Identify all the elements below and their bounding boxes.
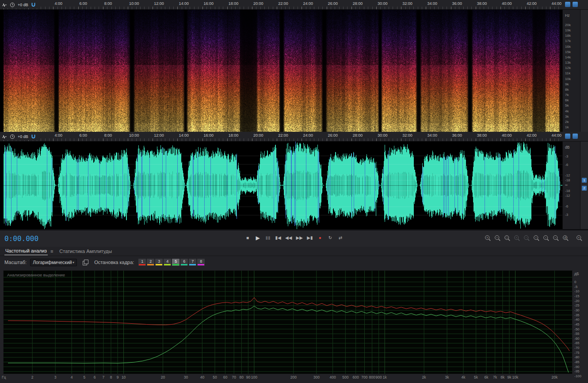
frame-hold-button-7[interactable]: 7 xyxy=(189,259,196,266)
channel-badge-2[interactable]: 2 xyxy=(582,186,587,191)
db-tick-label: -95 xyxy=(574,369,580,373)
time-display[interactable]: 0:00.000 xyxy=(4,234,38,243)
zoom-toolbar: +−□+−‹›−↺+ xyxy=(485,235,583,241)
zoom-settings-button[interactable]: + xyxy=(576,235,583,241)
spectrogram-display[interactable] xyxy=(4,10,562,132)
frequency-tick-label: 4 xyxy=(71,375,73,379)
go-to-start-button[interactable]: ▮◀ xyxy=(275,234,281,241)
snap-magnet-icon[interactable] xyxy=(31,134,36,139)
zoom-in-left-edge-button[interactable]: ‹ xyxy=(533,235,540,241)
frequency-tick-label: 90 xyxy=(246,375,250,379)
scale-label: Масштаб: xyxy=(4,260,27,265)
waveform-time-ruler[interactable]: +0 dB 4:006:008:0010:0012:0014:0016:0018… xyxy=(0,132,588,142)
audition-window: +0 dB 4:006:008:0010:0012:0014:0016:0018… xyxy=(0,0,588,383)
zoom-out-full-button[interactable]: − xyxy=(553,235,559,241)
frame-hold-button-2[interactable]: 2 xyxy=(147,259,154,266)
time-ticks xyxy=(4,7,562,9)
panel-tab-icon[interactable] xyxy=(565,134,570,139)
frame-hold-button-5[interactable]: 5 xyxy=(172,259,179,266)
db-offset-badge[interactable]: +0 dB xyxy=(18,3,28,7)
ruler-time-label: 22:00 xyxy=(278,1,288,6)
frequency-scale-label: 16k xyxy=(565,45,571,49)
db-offset-badge[interactable]: +0 dB xyxy=(18,134,28,139)
skip-selection-button[interactable]: ⇄ xyxy=(337,234,344,241)
panel-menu-icon[interactable]: ≡ xyxy=(50,249,53,254)
zoom-in-button[interactable]: + xyxy=(485,235,491,241)
db-scale-label: ∞ xyxy=(565,183,568,187)
graph-annotation: Анализированное выделение xyxy=(7,272,65,277)
zoom-in-right-edge-button[interactable]: › xyxy=(543,235,550,241)
waveform-db-scale[interactable]: dB -3-3-6-6-12-12-18-18∞ xyxy=(562,142,580,229)
waveform-options-icon[interactable] xyxy=(2,134,7,139)
panel-tab-icon[interactable] xyxy=(565,2,570,7)
frame-hold-button-8[interactable]: 8 xyxy=(197,259,205,266)
frequency-tick-label: 200 xyxy=(290,375,297,379)
waveform-options-icon[interactable] xyxy=(2,2,7,8)
frequency-scale-label: 3k xyxy=(565,115,569,119)
frame-hold-button-3[interactable]: 3 xyxy=(155,259,163,266)
ruler-time-label: 40:00 xyxy=(502,1,512,6)
frequency-tick-label: 20k xyxy=(551,375,557,379)
analysis-controls: Масштаб: Логарифмический ▾ Остановка кад… xyxy=(0,257,588,268)
frequency-tick-label: 8 xyxy=(110,375,112,379)
clock-icon[interactable] xyxy=(10,134,15,139)
channel-badge-1[interactable]: 1 xyxy=(582,178,587,183)
reset-zoom-button[interactable]: ↺ xyxy=(562,235,569,241)
panel-gear-icon[interactable] xyxy=(573,2,578,7)
ruler-time-label: 6:00 xyxy=(80,133,88,138)
pause-button[interactable]: ▮▮ xyxy=(265,234,271,241)
frequency-tick-label: 5 xyxy=(83,375,85,379)
frequency-tick-label: 400 xyxy=(330,375,336,379)
frequency-graph[interactable]: Анализированное выделение xyxy=(4,271,572,374)
frequency-tick-label: 600 xyxy=(353,375,359,379)
frequency-scale-label: 12k xyxy=(565,66,571,70)
frequency-tick-label: 40 xyxy=(200,375,204,379)
frame-hold-button-1[interactable]: 1 xyxy=(138,259,146,266)
frame-hold-button-6[interactable]: 6 xyxy=(180,259,188,266)
clock-icon[interactable] xyxy=(10,2,15,8)
fast-forward-button[interactable]: ▶▶ xyxy=(296,234,303,241)
ruler-time-label: 14:00 xyxy=(179,133,189,138)
frequency-tick-label: 3k xyxy=(445,375,449,379)
zoom-out-point-button[interactable]: − xyxy=(523,235,530,241)
svg-text:−: − xyxy=(525,236,527,240)
ruler-time-label: 42:00 xyxy=(527,133,537,138)
db-tick-label: -65 xyxy=(574,341,580,345)
tab-frequency-analysis[interactable]: Частотный анализ xyxy=(4,247,48,255)
ruler-time-label: 10:00 xyxy=(129,1,139,6)
play-button[interactable]: ▶ xyxy=(255,234,261,241)
ruler-time-label: 44:00 xyxy=(551,1,561,6)
frame-hold-button-4[interactable]: 4 xyxy=(164,259,171,266)
db-tick-label: -55 xyxy=(574,332,580,336)
rewind-button[interactable]: ◀◀ xyxy=(285,234,292,241)
tab-amplitude-statistics[interactable]: Статистика Амплитуды xyxy=(58,248,113,255)
copy-graph-icon[interactable] xyxy=(83,260,88,265)
waveform-display[interactable] xyxy=(4,142,562,229)
frequency-scale-label: 14k xyxy=(565,55,571,59)
zoom-out-button[interactable]: − xyxy=(494,235,501,241)
frequency-tick-label: 60 xyxy=(223,375,227,379)
loop-playback-button[interactable]: ↻ xyxy=(327,234,333,241)
frequency-tick-label: 20 xyxy=(161,375,165,379)
frequency-tick-label: 7k xyxy=(493,375,497,379)
spectrogram-time-ruler[interactable]: +0 dB 4:006:008:0010:0012:0014:0016:0018… xyxy=(0,0,588,10)
scale-select[interactable]: Логарифмический ▾ xyxy=(30,259,77,266)
svg-text:−: − xyxy=(554,236,557,240)
frequency-tick-label: 5k xyxy=(474,375,478,379)
ruler-left-icons: +0 dB xyxy=(2,1,39,8)
frequency-scale-label: 9k xyxy=(565,82,569,86)
stop-button[interactable]: ■ xyxy=(244,234,251,241)
frequency-scale-label: 5k xyxy=(565,103,569,107)
go-to-end-button[interactable]: ▶▮ xyxy=(307,234,313,241)
snap-magnet-icon[interactable] xyxy=(31,2,36,7)
chevron-down-icon: ▾ xyxy=(73,260,74,264)
ruler-time-label: 16:00 xyxy=(204,1,214,6)
db-tick-label: -70 xyxy=(574,346,580,350)
record-button[interactable]: ● xyxy=(317,234,323,241)
zoom-in-point-button[interactable]: + xyxy=(514,235,520,241)
zoom-to-selection-button[interactable]: □ xyxy=(504,235,511,241)
db-tick-label: -60 xyxy=(574,337,580,341)
svg-text:−: − xyxy=(496,236,498,240)
panel-gear-icon[interactable] xyxy=(573,134,578,139)
spectrogram-frequency-scale[interactable]: Hz 20k19k18k17k16k15k14k13k12k11k10k9k8k… xyxy=(562,10,580,132)
